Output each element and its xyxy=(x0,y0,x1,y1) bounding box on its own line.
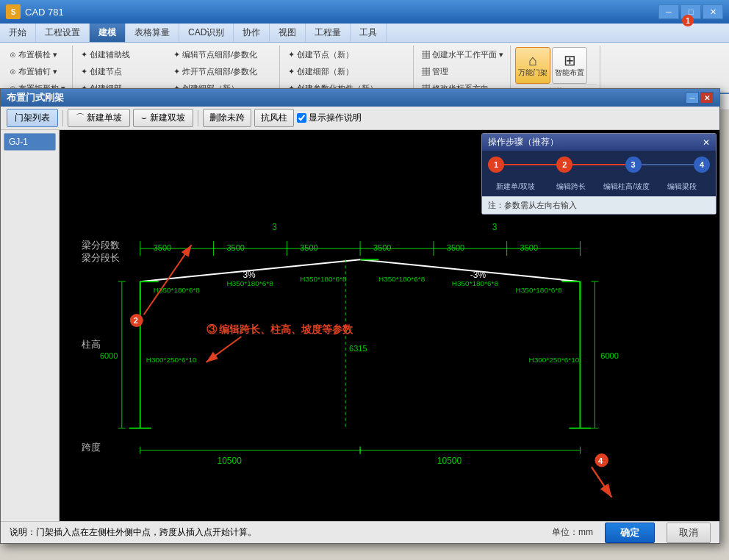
step-label-3: 编辑柱高/坡度 xyxy=(599,182,655,192)
btn-create-detail-new2[interactable]: ✦ 创建细部（新） xyxy=(284,64,381,79)
tab-collaborate[interactable]: 协作 xyxy=(234,24,270,42)
main-dialog: 布置门式刚架 ─ ✕ 门架列表 ⌒ 新建单坡 ⌣ 新建双坡 删除未跨 抗风柱 显… xyxy=(0,88,720,544)
btn-new-double[interactable]: ⌣ 新建双坡 xyxy=(133,109,193,127)
svg-text:3500: 3500 xyxy=(300,243,317,252)
smart-icon: ⊞ xyxy=(564,53,576,68)
btn-wind-column[interactable]: 抗风柱 xyxy=(254,109,294,127)
step-line-3 xyxy=(642,164,694,165)
tab-model[interactable]: 建模 xyxy=(90,24,126,42)
tab-cad-recognition[interactable]: CAD识别 xyxy=(179,24,234,42)
svg-text:3500: 3500 xyxy=(447,243,464,252)
step-label-1: 新建单/双坡 xyxy=(488,182,544,192)
tab-project-settings[interactable]: 工程设置 xyxy=(36,24,90,42)
dialog-title: 布置门式刚架 xyxy=(7,91,684,104)
show-instructions-checkbox[interactable] xyxy=(297,113,306,123)
svg-text:10500: 10500 xyxy=(437,456,462,466)
step-circle-2: 2 xyxy=(556,157,572,173)
svg-text:3500: 3500 xyxy=(520,243,538,252)
show-instructions-label[interactable]: 显示操作说明 xyxy=(297,112,362,124)
steps-panel: 操作步骤（推荐） ✕ 1 2 3 4 新建单/双坡 编辑跨长 xyxy=(481,133,717,215)
dialog-title-bar: 布置门式刚架 ─ ✕ xyxy=(1,89,719,107)
status-text: 说明：门架插入点在左侧柱外侧中点，跨度从插入点开始计算。 xyxy=(10,526,540,539)
svg-text:梁分段长: 梁分段长 xyxy=(82,252,120,263)
tab-view[interactable]: 视图 xyxy=(270,24,306,42)
tab-table-calc[interactable]: 表格算量 xyxy=(126,24,179,42)
close-button[interactable]: ✕ xyxy=(703,4,723,19)
svg-text:H300*250*6*10: H300*250*6*10 xyxy=(529,356,580,364)
dialog-close-btn[interactable]: ✕ xyxy=(700,92,714,104)
steps-close-btn[interactable]: ✕ xyxy=(703,137,710,148)
ribbon: 开始 工程设置 建模 表格算量 CAD识别 协作 视图 工程量 工具 ⊙ 布置横… xyxy=(0,24,729,94)
step-line-2 xyxy=(572,164,625,165)
ribbon-group-newnode: ✦ 创建节点（新） ✦ 创建细部（新） ✦ 创建参数化构件（新） 新节点方案 xyxy=(281,46,414,93)
title-bar: S CAD 781 ─ □ ✕ xyxy=(0,0,729,24)
canvas-area: 操作步骤（推荐） ✕ 1 2 3 4 新建单/双坡 编辑跨长 xyxy=(60,130,719,521)
btn-smart-layout[interactable]: ⊞ 智能布置 xyxy=(552,47,587,84)
svg-text:H350*180*6*8: H350*180*6*8 xyxy=(300,275,347,283)
step-label-2: 编辑跨长 xyxy=(544,182,600,192)
tab-frame-list[interactable]: 门架列表 xyxy=(7,109,58,127)
btn-delete-span[interactable]: 删除未跨 xyxy=(203,109,251,127)
tab-tools[interactable]: 工具 xyxy=(351,24,387,42)
btn-wanmen[interactable]: ⌂ 万能门架 xyxy=(515,47,550,84)
svg-text:H350*180*6*8: H350*180*6*8 xyxy=(452,279,499,287)
svg-text:H350*180*6*8: H350*180*6*8 xyxy=(516,286,563,294)
new-double-icon: ⌣ xyxy=(141,112,147,123)
wanmen-icon: ⌂ xyxy=(528,53,537,68)
svg-text:3: 3 xyxy=(272,222,277,232)
dialog-body: GJ-1 操作步骤（推荐） ✕ 1 2 3 xyxy=(1,130,719,521)
btn-new-single[interactable]: ⌒ 新建单坡 xyxy=(68,109,130,127)
maximize-button[interactable]: □ xyxy=(680,4,701,19)
app-logo: S xyxy=(6,4,21,19)
step-circle-3: 3 xyxy=(625,157,642,173)
tab-start[interactable]: 开始 xyxy=(0,24,36,42)
dialog-toolbar: 门架列表 ⌒ 新建单坡 ⌣ 新建双坡 删除未跨 抗风柱 显示操作说明 xyxy=(1,107,719,130)
btn-create-node-new[interactable]: ✦ 创建节点（新） xyxy=(284,47,381,62)
btn-create-node[interactable]: ✦ 创建节点 xyxy=(77,64,168,79)
svg-text:跨度: 跨度 xyxy=(82,442,101,453)
step-line-1 xyxy=(504,164,556,165)
cancel-button[interactable]: 取消 xyxy=(667,523,711,543)
steel-items: ⌂ 万能门架 ⊞ 智能布置 xyxy=(515,46,597,84)
btn-place-nail[interactable]: ⊙ 布置辅钉 ▾ xyxy=(6,64,69,79)
steps-labels: 新建单/双坡 编辑跨长 编辑柱高/坡度 编辑梁段 xyxy=(482,179,716,196)
frame-list-panel: GJ-1 xyxy=(1,130,60,521)
btn-place-bolt[interactable]: ⊙ 布置横栓 ▾ xyxy=(6,47,69,62)
title-bar-controls: ─ □ ✕ xyxy=(658,4,723,19)
ribbon-tabs: 开始 工程设置 建模 表格算量 CAD识别 协作 视图 工程量 工具 xyxy=(0,24,729,43)
ribbon-group-workplane: ▦ 创建水平工作平面 ▾ ▦ 管理 ▦ 修改坐标系方向 工作平面 xyxy=(415,46,511,93)
unit-text: 单位：mm xyxy=(552,526,593,539)
svg-text:3500: 3500 xyxy=(154,243,171,252)
svg-text:③ 编辑跨长、柱高、坡度等参数: ③ 编辑跨长、柱高、坡度等参数 xyxy=(207,323,354,335)
btn-manage[interactable]: ▦ 管理 xyxy=(418,64,507,79)
step-circle-4: 4 xyxy=(694,157,710,173)
ribbon-group-common: ⊙ 布置横栓 ▾ ⊙ 布置辅钉 ▾ ⊙ 布置矩形构 ▾ ⊙ 布置横拱 ▾ ⊙ 布… xyxy=(3,46,73,93)
ribbon-content: ⊙ 布置横栓 ▾ ⊙ 布置辅钉 ▾ ⊙ 布置矩形构 ▾ ⊙ 布置横拱 ▾ ⊙ 布… xyxy=(0,43,729,93)
btn-edit-node-detail[interactable]: ✦ 编辑节点细部/参数化 xyxy=(170,47,267,62)
steps-title: 操作步骤（推荐） ✕ xyxy=(482,134,716,151)
btn-explode-node2[interactable]: ✦ 炸开节点细部/参数化 xyxy=(170,64,267,79)
btn-create-aux-line[interactable]: ✦ 创建辅助线 xyxy=(77,47,168,62)
svg-text:H350*180*6*8: H350*180*6*8 xyxy=(226,279,273,287)
svg-text:3500: 3500 xyxy=(373,243,391,252)
steps-title-text: 操作步骤（推荐） xyxy=(488,136,559,148)
svg-text:柱高: 柱高 xyxy=(82,339,101,350)
btn-create-hplane[interactable]: ▦ 创建水平工作平面 ▾ xyxy=(418,47,507,62)
tab-quantity[interactable]: 工程量 xyxy=(306,24,351,42)
title-bar-text: CAD 781 xyxy=(25,7,658,18)
separator2 xyxy=(198,110,198,126)
wanmen-label: 万能门架 xyxy=(518,68,547,78)
step-label-4: 编辑梁段 xyxy=(655,182,711,192)
confirm-button[interactable]: 确定 xyxy=(605,523,655,543)
svg-text:10500: 10500 xyxy=(218,456,243,466)
svg-text:2: 2 xyxy=(134,316,138,325)
ribbon-group-node: ✦ 创建辅助线 ✦ 创建节点 ✦ 创建细部 ✦ 炸开节点细部/自定义 ✦ 创建参… xyxy=(74,46,280,93)
frame-list-item-gj1[interactable]: GJ-1 xyxy=(4,133,56,151)
svg-text:3500: 3500 xyxy=(226,243,244,252)
svg-text:6000: 6000 xyxy=(100,351,118,360)
status-bar: 说明：门架插入点在左侧柱外侧中点，跨度从插入点开始计算。 单位：mm 确定 取消 xyxy=(1,521,719,543)
dialog-overlay: 布置门式刚架 ─ ✕ 门架列表 ⌒ 新建单坡 ⌣ 新建双坡 删除未跨 抗风柱 显… xyxy=(0,88,729,560)
ribbon-group-steel: ⌂ 万能门架 ⊞ 智能布置 钢柱 xyxy=(512,46,600,93)
minimize-button[interactable]: ─ xyxy=(658,4,679,19)
dialog-minimize-btn[interactable]: ─ xyxy=(686,92,699,104)
